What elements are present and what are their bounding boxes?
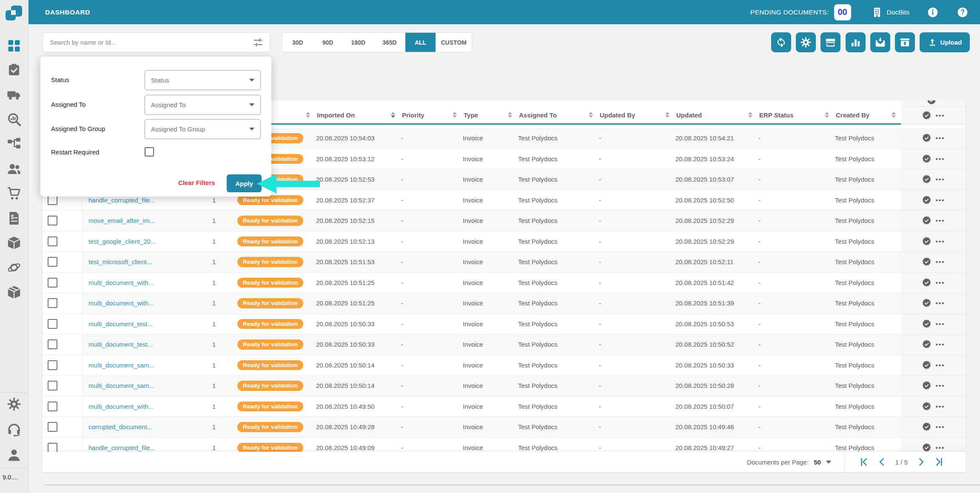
next-page-icon[interactable] <box>915 456 926 467</box>
row-checkbox[interactable] <box>48 360 57 370</box>
header-cell-assigned_to[interactable]: Assigned To <box>517 106 598 125</box>
row-menu-button[interactable]: ••• <box>936 362 945 369</box>
row-menu-button[interactable]: ••• <box>936 320 945 328</box>
scanner-button[interactable] <box>820 32 840 52</box>
row-menu-button[interactable]: ••• <box>936 279 945 286</box>
horizontal-scrollbar[interactable] <box>45 484 980 485</box>
settings-button[interactable] <box>796 32 816 52</box>
chevron-down-icon[interactable] <box>826 461 831 464</box>
row-menu-button[interactable]: ••• <box>936 258 945 265</box>
row-menu-button[interactable]: ••• <box>936 155 945 162</box>
row-menu-button[interactable]: ••• <box>936 299 945 307</box>
sidebar-item-settings-gear-icon[interactable] <box>7 397 21 411</box>
document-name-link[interactable]: multi_document_sam... <box>88 362 154 369</box>
row-checkbox[interactable] <box>48 443 57 453</box>
sort-icon[interactable] <box>748 112 752 118</box>
row-menu-button[interactable]: ••• <box>936 444 945 451</box>
header-cell-actions[interactable]: ••• <box>901 106 966 125</box>
email-download-button[interactable] <box>870 32 890 52</box>
document-name-link[interactable]: multi_document_with... <box>88 299 154 307</box>
document-name-link[interactable]: multi_document_with... <box>88 279 154 286</box>
row-menu-button[interactable]: ••• <box>936 238 945 245</box>
row-menu-button[interactable]: ••• <box>936 382 945 389</box>
previous-page-icon[interactable] <box>877 456 888 467</box>
row-checkbox[interactable] <box>48 278 57 288</box>
range-button-180d[interactable]: 180D <box>342 33 374 52</box>
bar-chart-button[interactable] <box>846 32 866 52</box>
per-page-value[interactable]: 50 <box>814 459 821 466</box>
header-cell-updated_by[interactable]: Updated By <box>598 106 675 125</box>
sort-icon[interactable] <box>825 112 829 118</box>
header-cell-created_by[interactable]: Created By <box>834 106 901 125</box>
row-checkbox[interactable] <box>48 237 57 246</box>
verified-seal-icon[interactable] <box>922 111 932 120</box>
sidebar-item-support-headset-icon[interactable] <box>7 422 21 437</box>
document-name-link[interactable]: test_microsoft_client... <box>88 258 152 265</box>
range-button-custom[interactable]: CUSTOM <box>436 33 472 52</box>
clear-filters-button[interactable]: Clear Filters <box>176 179 218 187</box>
sidebar-item-profile-person-icon[interactable] <box>7 448 21 462</box>
row-checkbox[interactable] <box>48 402 57 411</box>
sort-icon-desc-active[interactable] <box>391 112 395 118</box>
row-checkbox[interactable] <box>48 339 57 349</box>
first-page-icon[interactable] <box>859 456 870 467</box>
restart-required-checkbox[interactable] <box>145 147 154 157</box>
column-menu-icon[interactable]: ••• <box>936 112 945 119</box>
filter-tune-icon[interactable] <box>253 37 264 48</box>
row-checkbox[interactable] <box>48 298 57 308</box>
sidebar-item-shopping-cart-icon[interactable] <box>7 186 21 201</box>
header-cell-erp_status[interactable]: ERP Status <box>758 106 834 125</box>
document-name-link[interactable]: multi_document_test... <box>88 341 153 348</box>
range-button-90d[interactable]: 90D <box>313 33 343 52</box>
row-menu-button[interactable]: ••• <box>936 403 945 410</box>
sync-button[interactable] <box>771 32 791 52</box>
document-name-link[interactable]: test_google_client_20... <box>88 238 156 245</box>
organization-building-icon[interactable] <box>872 7 883 18</box>
sort-icon[interactable] <box>453 112 457 118</box>
upload-button[interactable]: Upload <box>920 32 970 52</box>
row-menu-button[interactable]: ••• <box>936 134 945 142</box>
row-menu-button[interactable]: ••• <box>936 176 945 183</box>
range-button-all[interactable]: ALL <box>405 33 436 52</box>
document-name-link[interactable]: corrupted_document... <box>88 423 152 430</box>
header-cell-priority[interactable]: Priority <box>400 106 462 125</box>
sidebar-item-invoice-document-icon[interactable]: $ <box>7 211 21 225</box>
help-icon[interactable]: ? <box>957 7 968 18</box>
row-menu-button[interactable]: ••• <box>936 197 945 204</box>
document-name-link[interactable]: handle_corrupted_file... <box>88 444 155 451</box>
sidebar-item-search-analytics-icon[interactable] <box>7 112 21 127</box>
sort-icon[interactable] <box>589 112 593 118</box>
sort-icon[interactable] <box>665 112 669 118</box>
last-page-icon[interactable] <box>933 456 944 467</box>
document-name-link[interactable]: multi_document_with... <box>88 403 154 410</box>
range-button-30d[interactable]: 30D <box>282 33 313 52</box>
sidebar-item-dashboard-grid-icon[interactable] <box>7 38 21 53</box>
sidebar-item-orbit-icon[interactable] <box>7 260 21 275</box>
sidebar-item-workflow-icon[interactable] <box>7 137 21 151</box>
row-checkbox[interactable] <box>48 381 57 390</box>
row-checkbox[interactable] <box>48 195 57 205</box>
apply-button[interactable]: Apply <box>227 174 262 192</box>
row-menu-button[interactable]: ••• <box>936 217 945 224</box>
header-cell-updated[interactable]: Updated <box>675 106 758 125</box>
row-checkbox[interactable] <box>48 319 57 329</box>
search-input[interactable] <box>43 39 253 46</box>
sidebar-item-package-alt-icon[interactable] <box>7 285 21 299</box>
row-checkbox[interactable] <box>48 257 57 267</box>
document-name-link[interactable]: multi_document_sam... <box>88 382 154 389</box>
row-checkbox[interactable] <box>48 216 57 225</box>
sort-icon[interactable] <box>508 112 512 118</box>
sidebar-item-users-icon[interactable] <box>7 162 21 176</box>
header-cell-type[interactable]: Type <box>462 106 517 125</box>
range-button-365d[interactable]: 365D <box>374 33 405 52</box>
sidebar-item-tasks-clipboard-icon[interactable] <box>7 63 21 77</box>
document-name-link[interactable]: move_email_after_im... <box>88 217 155 224</box>
sort-icon[interactable] <box>892 112 896 118</box>
filter-select-status[interactable]: Status <box>145 70 261 90</box>
info-icon[interactable] <box>927 7 938 18</box>
document-name-link[interactable]: handle_corrupted_file... <box>88 197 155 204</box>
header-cell-imported[interactable]: Imported On <box>315 106 400 125</box>
document-name-link[interactable]: multi_document_test... <box>88 320 153 328</box>
row-menu-button[interactable]: ••• <box>936 423 945 430</box>
sidebar-item-package-icon[interactable] <box>7 236 21 250</box>
